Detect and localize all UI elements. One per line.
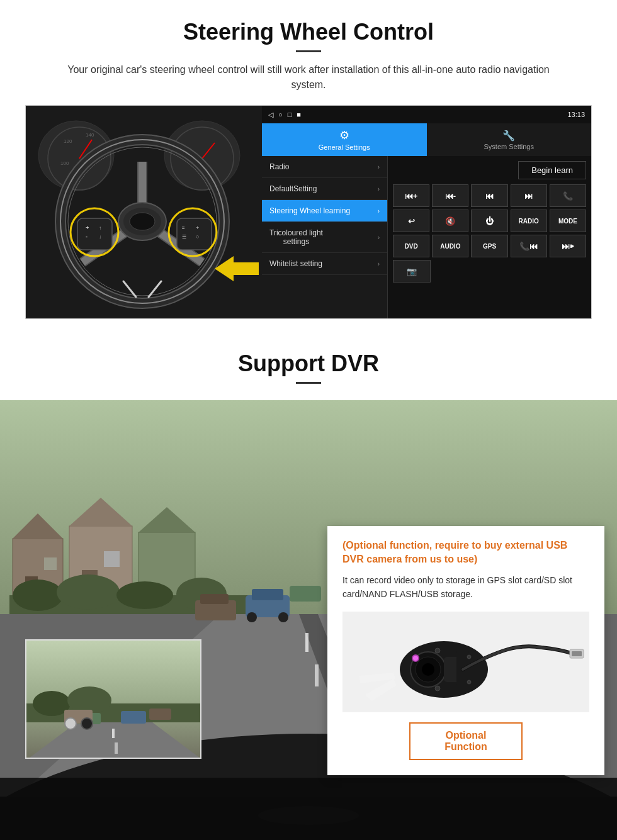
status-bar-nav: ◁ ○ □ ■ xyxy=(268,111,301,119)
radio-btn[interactable]: RADIO xyxy=(511,210,547,232)
menu-item-steering[interactable]: Steering Wheel learning › xyxy=(262,200,387,222)
menu-item-tricoloured[interactable]: Tricoloured lightsettings › xyxy=(262,222,387,253)
title-divider xyxy=(296,50,321,52)
control-row-3: DVD AUDIO GPS 📞⏮ ⏭▶ xyxy=(393,235,586,257)
svg-text:○: ○ xyxy=(196,233,199,240)
svg-rect-58 xyxy=(315,664,319,686)
svg-point-101 xyxy=(467,680,471,684)
menu-item-radio[interactable]: Radio › xyxy=(262,156,387,178)
status-bar-time: 13:13 xyxy=(567,111,585,118)
svg-text:+: + xyxy=(86,225,89,231)
tab-general-settings[interactable]: ⚙ General Settings xyxy=(262,123,427,156)
svg-marker-96 xyxy=(365,679,397,701)
svg-text:-: - xyxy=(86,233,88,240)
control-panel: Begin learn ⏮+ ⏮- ⏮ ⏭ 📞 ↩ 🔇 xyxy=(388,156,591,318)
svg-rect-66 xyxy=(200,594,229,604)
chevron-icon: › xyxy=(378,208,380,215)
phone-prev-btn[interactable]: 📞⏮ xyxy=(511,235,547,257)
back-icon: ◁ xyxy=(268,111,273,119)
menu-radio-label: Radio xyxy=(269,162,289,171)
svg-rect-46 xyxy=(104,551,120,567)
menu-list: Radio › DefaultSetting › Steering Wheel … xyxy=(262,156,388,318)
vol-minus-btn[interactable]: ⏮- xyxy=(432,184,468,207)
dvr-thumbnail xyxy=(25,639,201,759)
svg-point-51 xyxy=(57,574,120,610)
next2-btn[interactable]: ⏭▶ xyxy=(550,235,586,257)
optional-text: (Optional function, require to buy exter… xyxy=(342,539,589,567)
chevron-icon: › xyxy=(378,260,380,267)
dvr-description: It can record video only to storage in G… xyxy=(342,573,589,602)
back-call-btn[interactable]: ↩ xyxy=(393,210,429,232)
phone-btn[interactable]: 📞 xyxy=(550,184,586,207)
recents-icon: □ xyxy=(288,111,292,119)
dvr-thumb-svg xyxy=(26,641,201,759)
svg-rect-72 xyxy=(0,778,617,840)
svg-text:140: 140 xyxy=(86,132,94,138)
svg-point-64 xyxy=(278,612,288,622)
svg-point-85 xyxy=(81,718,93,729)
svg-text:↑: ↑ xyxy=(99,225,101,231)
dvr-header: Support DVR xyxy=(0,332,617,400)
dvr-camera-image xyxy=(342,612,589,712)
dvr-title-divider xyxy=(296,382,321,384)
svg-text:☰: ☰ xyxy=(182,234,186,240)
tab-general-label: General Settings xyxy=(319,143,370,151)
svg-text:120: 120 xyxy=(64,138,72,144)
mute-btn[interactable]: 🔇 xyxy=(432,210,468,232)
svg-rect-23 xyxy=(77,218,112,250)
steering-demo: 120 140 100 xyxy=(25,105,592,319)
prev-btn[interactable]: ⏮ xyxy=(471,184,507,207)
menu-steering-label: Steering Wheel learning xyxy=(269,206,350,215)
svg-text:≡: ≡ xyxy=(182,225,185,231)
svg-point-22 xyxy=(130,213,155,230)
status-bar: ◁ ○ □ ■ 13:13 xyxy=(262,106,591,123)
menu-item-whitelist[interactable]: Whitelist setting › xyxy=(262,253,387,275)
android-tabs: ⚙ General Settings 🔧 System Settings xyxy=(262,123,591,156)
svg-point-91 xyxy=(413,656,418,661)
dvd-btn[interactable]: DVD xyxy=(393,235,429,257)
menu-tricoloured-label: Tricoloured lightsettings xyxy=(269,228,323,246)
svg-point-52 xyxy=(116,581,173,609)
dvr-camera-svg xyxy=(346,613,586,710)
optional-function-button[interactable]: Optional Function xyxy=(409,722,523,760)
begin-learn-row: Begin learn xyxy=(393,161,586,179)
chevron-icon: › xyxy=(378,234,380,241)
svg-text:+: + xyxy=(196,225,199,231)
control-row-4: 📷 xyxy=(393,260,586,283)
steering-photo: 120 140 100 xyxy=(26,106,262,318)
android-panel: ◁ ○ □ ■ 13:13 ⚙ General Settings 🔧 Syste… xyxy=(262,106,591,318)
svg-rect-42 xyxy=(44,557,57,570)
chevron-icon: › xyxy=(378,164,380,171)
chevron-icon: › xyxy=(378,186,380,193)
next-btn[interactable]: ⏭ xyxy=(511,184,547,207)
svg-text:100: 100 xyxy=(60,160,69,166)
steering-description: Your original car's steering wheel contr… xyxy=(50,62,567,92)
android-content: Radio › DefaultSetting › Steering Wheel … xyxy=(262,156,591,318)
mode-btn[interactable]: MODE xyxy=(550,210,586,232)
tab-system-settings[interactable]: 🔧 System Settings xyxy=(427,123,592,156)
menu-default-label: DefaultSetting xyxy=(269,184,317,193)
steering-wheel-svg: 120 140 100 xyxy=(26,106,262,318)
svg-rect-62 xyxy=(252,589,283,600)
steering-title: Steering Wheel Control xyxy=(25,19,592,45)
audio-btn[interactable]: AUDIO xyxy=(432,235,468,257)
extra-btn[interactable]: 📷 xyxy=(393,260,431,283)
gear-icon: ⚙ xyxy=(339,128,349,142)
svg-point-89 xyxy=(422,663,434,676)
dvr-info-card: (Optional function, require to buy exter… xyxy=(327,526,604,775)
control-row-1: ⏮+ ⏮- ⏮ ⏭ 📞 xyxy=(393,184,586,207)
power-btn[interactable]: ⏻ xyxy=(471,210,507,232)
menu-whitelist-label: Whitelist setting xyxy=(269,259,322,268)
vol-plus-btn[interactable]: ⏮+ xyxy=(393,184,429,207)
svg-text:↓: ↓ xyxy=(99,234,101,240)
control-row-2: ↩ 🔇 ⏻ RADIO MODE xyxy=(393,210,586,232)
begin-learn-button[interactable]: Begin learn xyxy=(518,161,586,179)
svg-rect-67 xyxy=(290,586,321,602)
tab-system-label: System Settings xyxy=(484,143,534,150)
svg-rect-95 xyxy=(572,651,582,656)
svg-point-100 xyxy=(467,655,471,659)
menu-item-default[interactable]: DefaultSetting › xyxy=(262,178,387,200)
svg-rect-57 xyxy=(305,633,308,652)
svg-rect-80 xyxy=(121,711,146,724)
gps-btn[interactable]: GPS xyxy=(471,235,507,257)
